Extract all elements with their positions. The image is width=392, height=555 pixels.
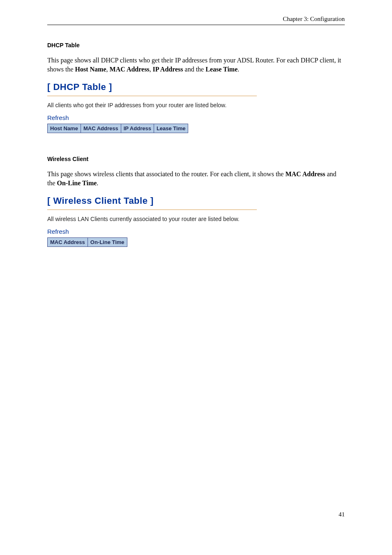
text: . <box>97 180 98 187</box>
router-title-dhcp: [ DHCP Table ] <box>47 82 345 92</box>
divider-orange <box>47 210 257 210</box>
wireless-client-screenshot: [ Wireless Client Table ] All wireless L… <box>47 196 345 247</box>
page-number: 41 <box>339 511 345 518</box>
dhcp-table-screenshot: [ DHCP Table ] All clients who got their… <box>47 82 345 133</box>
text: This page shows wireless clients that as… <box>47 170 285 177</box>
col-lease-time: Lease Time <box>154 124 188 133</box>
text: and the <box>183 66 206 73</box>
header-rule <box>47 25 345 25</box>
dhcp-table-heading: DHCP Table <box>47 42 345 48</box>
router-title-wireless: [ Wireless Client Table ] <box>47 196 345 206</box>
col-ip-address: IP Address <box>121 124 154 133</box>
bold-online-time: On-Line Time <box>57 180 97 187</box>
wireless-table: MAC Address On-Line Time <box>47 237 127 247</box>
bold-lease-time: Lease Time <box>205 66 238 73</box>
bold-mac-address: MAC Address <box>110 66 150 73</box>
text: , <box>150 66 153 73</box>
bold-host-name: Host Name <box>75 66 106 73</box>
dhcp-table: Host Name MAC Address IP Address Lease T… <box>47 124 188 133</box>
wireless-client-heading: Wireless Client <box>47 156 345 162</box>
refresh-link[interactable]: Refresh <box>47 114 69 121</box>
refresh-link[interactable]: Refresh <box>47 228 69 235</box>
spacer <box>47 133 345 156</box>
col-online-time: On-Line Time <box>88 238 127 247</box>
divider-orange <box>47 96 257 96</box>
header-chapter: Chapter 3: Configuration <box>283 16 345 23</box>
col-mac-address: MAC Address <box>48 238 88 247</box>
router-desc-wireless: All wireless LAN Clients currently assoc… <box>47 216 345 222</box>
wireless-client-paragraph: This page shows wireless clients that as… <box>47 170 345 187</box>
page: Chapter 3: Configuration DHCP Table This… <box>0 0 392 555</box>
bold-mac-address: MAC Address <box>285 170 325 177</box>
dhcp-table-paragraph: This page shows all DHCP clients who get… <box>47 56 345 74</box>
table-header-row: Host Name MAC Address IP Address Lease T… <box>48 124 188 133</box>
content: DHCP Table This page shows all DHCP clie… <box>47 42 345 247</box>
table-header-row: MAC Address On-Line Time <box>48 238 127 247</box>
col-host-name: Host Name <box>48 124 81 133</box>
col-mac-address: MAC Address <box>81 124 121 133</box>
text: . <box>238 66 239 73</box>
bold-ip-address: IP Address <box>153 66 183 73</box>
router-desc-dhcp: All clients who got their IP addresses f… <box>47 102 345 108</box>
text: , <box>106 66 110 73</box>
